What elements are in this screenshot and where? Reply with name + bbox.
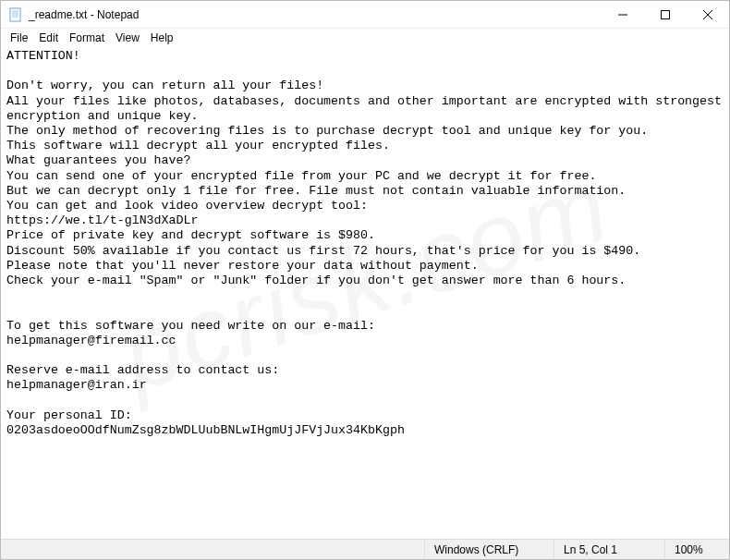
menu-format[interactable]: Format	[64, 30, 110, 46]
svg-rect-6	[662, 10, 670, 18]
text-editor[interactable]: ATTENTION! Don't worry, you can return a…	[1, 47, 729, 539]
status-encoding: Windows (CRLF)	[424, 540, 554, 559]
menu-view[interactable]: View	[110, 30, 145, 46]
titlebar: _readme.txt - Notepad	[1, 1, 729, 29]
maximize-button[interactable]	[644, 1, 687, 28]
menu-help[interactable]: Help	[145, 30, 179, 46]
menubar: File Edit Format View Help	[1, 29, 729, 47]
window-title: _readme.txt - Notepad	[29, 8, 602, 21]
window-controls	[602, 1, 729, 28]
statusbar: Windows (CRLF) Ln 5, Col 1 100%	[1, 539, 729, 559]
status-position: Ln 5, Col 1	[554, 540, 664, 559]
menu-edit[interactable]: Edit	[33, 30, 64, 46]
notepad-icon	[8, 7, 23, 22]
minimize-button[interactable]	[602, 1, 644, 28]
menu-file[interactable]: File	[5, 30, 33, 46]
notepad-window: _readme.txt - Notepad File Edit Format V…	[0, 0, 730, 560]
status-zoom: 100%	[664, 540, 729, 559]
close-button[interactable]	[687, 1, 729, 28]
